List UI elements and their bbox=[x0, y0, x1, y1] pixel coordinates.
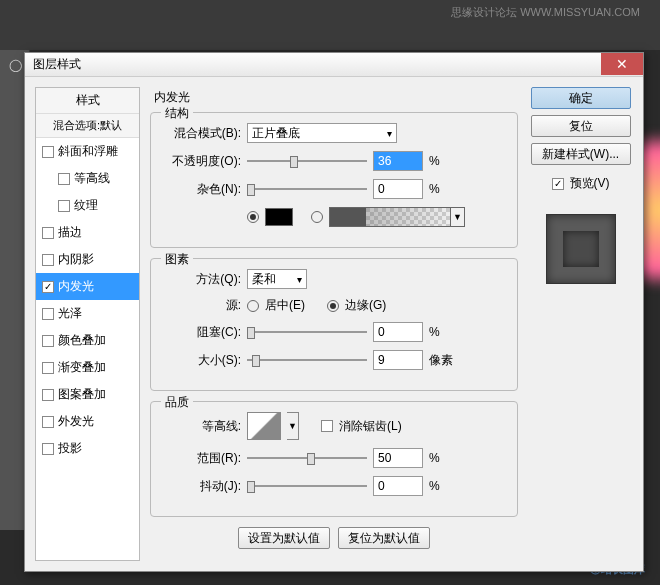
noise-input[interactable]: 0 bbox=[373, 179, 423, 199]
size-slider[interactable] bbox=[247, 353, 367, 367]
range-input[interactable]: 50 bbox=[373, 448, 423, 468]
elements-legend: 图素 bbox=[161, 251, 193, 268]
size-unit: 像素 bbox=[429, 352, 459, 369]
style-checkbox[interactable] bbox=[42, 335, 54, 347]
gradient-radio[interactable] bbox=[311, 211, 323, 223]
opacity-unit: % bbox=[429, 154, 459, 168]
style-label: 纹理 bbox=[74, 197, 98, 214]
blend-mode-label: 混合模式(B): bbox=[163, 125, 241, 142]
size-input[interactable]: 9 bbox=[373, 350, 423, 370]
style-label: 渐变叠加 bbox=[58, 359, 106, 376]
technique-select[interactable]: 柔和 bbox=[247, 269, 307, 289]
opacity-slider[interactable] bbox=[247, 154, 367, 168]
style-item[interactable]: 图案叠加 bbox=[36, 381, 139, 408]
opacity-input[interactable]: 36 bbox=[373, 151, 423, 171]
structure-legend: 结构 bbox=[161, 105, 193, 122]
elements-group: 图素 方法(Q): 柔和 源: 居中(E) 边缘(G) 阻塞(C): 0 bbox=[150, 258, 518, 391]
style-item[interactable]: 渐变叠加 bbox=[36, 354, 139, 381]
jitter-input[interactable]: 0 bbox=[373, 476, 423, 496]
style-checkbox[interactable] bbox=[42, 362, 54, 374]
style-item[interactable]: 投影 bbox=[36, 435, 139, 462]
blend-options-item[interactable]: 混合选项:默认 bbox=[36, 114, 139, 138]
main-panel: 内发光 结构 混合模式(B): 正片叠底 不透明度(O): 36 % 杂色(N)… bbox=[150, 87, 518, 561]
choke-label: 阻塞(C): bbox=[163, 324, 241, 341]
styles-list: 样式 混合选项:默认 斜面和浮雕等高线纹理描边内阴影内发光光泽颜色叠加渐变叠加图… bbox=[35, 87, 140, 561]
ok-button[interactable]: 确定 bbox=[531, 87, 631, 109]
styles-header[interactable]: 样式 bbox=[36, 88, 139, 114]
blend-mode-select[interactable]: 正片叠底 bbox=[247, 123, 397, 143]
style-label: 内阴影 bbox=[58, 251, 94, 268]
antialias-checkbox[interactable] bbox=[321, 420, 333, 432]
style-checkbox[interactable] bbox=[42, 146, 54, 158]
quality-group: 品质 等高线: ▼ 消除锯齿(L) 范围(R): 50 % 抖动(J): bbox=[150, 401, 518, 517]
jitter-unit: % bbox=[429, 479, 459, 493]
source-center-label: 居中(E) bbox=[265, 297, 305, 314]
style-checkbox[interactable] bbox=[42, 281, 54, 293]
contour-dropdown[interactable]: ▼ bbox=[287, 412, 299, 440]
source-edge-radio[interactable] bbox=[327, 300, 339, 312]
style-item[interactable]: 斜面和浮雕 bbox=[36, 138, 139, 165]
reset-default-button[interactable]: 复位为默认值 bbox=[338, 527, 430, 549]
style-checkbox[interactable] bbox=[42, 308, 54, 320]
choke-unit: % bbox=[429, 325, 459, 339]
quality-legend: 品质 bbox=[161, 394, 193, 411]
titlebar[interactable]: 图层样式 ✕ bbox=[25, 53, 643, 77]
choke-input[interactable]: 0 bbox=[373, 322, 423, 342]
style-item[interactable]: 外发光 bbox=[36, 408, 139, 435]
new-style-button[interactable]: 新建样式(W)... bbox=[531, 143, 631, 165]
size-label: 大小(S): bbox=[163, 352, 241, 369]
range-label: 范围(R): bbox=[163, 450, 241, 467]
noise-unit: % bbox=[429, 182, 459, 196]
style-label: 内发光 bbox=[58, 278, 94, 295]
gradient-picker[interactable]: ▼ bbox=[329, 207, 465, 227]
style-item[interactable]: 描边 bbox=[36, 219, 139, 246]
preview-label: 预览(V) bbox=[570, 175, 610, 192]
style-label: 描边 bbox=[58, 224, 82, 241]
jitter-slider[interactable] bbox=[247, 479, 367, 493]
style-label: 图案叠加 bbox=[58, 386, 106, 403]
color-swatch[interactable] bbox=[265, 208, 293, 226]
style-label: 等高线 bbox=[74, 170, 110, 187]
source-edge-label: 边缘(G) bbox=[345, 297, 386, 314]
layer-style-dialog: 图层样式 ✕ 样式 混合选项:默认 斜面和浮雕等高线纹理描边内阴影内发光光泽颜色… bbox=[24, 52, 644, 572]
opacity-label: 不透明度(O): bbox=[163, 153, 241, 170]
style-item[interactable]: 光泽 bbox=[36, 300, 139, 327]
style-checkbox[interactable] bbox=[42, 254, 54, 266]
right-panel: 确定 复位 新建样式(W)... 预览(V) bbox=[528, 87, 633, 561]
style-label: 光泽 bbox=[58, 305, 82, 322]
style-checkbox[interactable] bbox=[42, 416, 54, 428]
style-item[interactable]: 纹理 bbox=[36, 192, 139, 219]
source-center-radio[interactable] bbox=[247, 300, 259, 312]
jitter-label: 抖动(J): bbox=[163, 478, 241, 495]
range-unit: % bbox=[429, 451, 459, 465]
noise-slider[interactable] bbox=[247, 182, 367, 196]
style-item[interactable]: 颜色叠加 bbox=[36, 327, 139, 354]
style-checkbox[interactable] bbox=[58, 173, 70, 185]
range-slider[interactable] bbox=[247, 451, 367, 465]
technique-label: 方法(Q): bbox=[163, 271, 241, 288]
panel-title: 内发光 bbox=[150, 87, 518, 112]
preview-checkbox[interactable] bbox=[552, 178, 564, 190]
noise-label: 杂色(N): bbox=[163, 181, 241, 198]
contour-label: 等高线: bbox=[163, 418, 241, 435]
style-item[interactable]: 等高线 bbox=[36, 165, 139, 192]
style-item[interactable]: 内发光 bbox=[36, 273, 139, 300]
close-button[interactable]: ✕ bbox=[601, 53, 643, 75]
color-radio[interactable] bbox=[247, 211, 259, 223]
choke-slider[interactable] bbox=[247, 325, 367, 339]
style-checkbox[interactable] bbox=[42, 227, 54, 239]
style-label: 斜面和浮雕 bbox=[58, 143, 118, 160]
source-label: 源: bbox=[163, 297, 241, 314]
style-checkbox[interactable] bbox=[42, 443, 54, 455]
set-default-button[interactable]: 设置为默认值 bbox=[238, 527, 330, 549]
structure-group: 结构 混合模式(B): 正片叠底 不透明度(O): 36 % 杂色(N): 0 … bbox=[150, 112, 518, 248]
style-checkbox[interactable] bbox=[58, 200, 70, 212]
style-item[interactable]: 内阴影 bbox=[36, 246, 139, 273]
antialias-label: 消除锯齿(L) bbox=[339, 418, 402, 435]
contour-picker[interactable] bbox=[247, 412, 281, 440]
style-label: 投影 bbox=[58, 440, 82, 457]
style-checkbox[interactable] bbox=[42, 389, 54, 401]
style-label: 颜色叠加 bbox=[58, 332, 106, 349]
cancel-button[interactable]: 复位 bbox=[531, 115, 631, 137]
watermark-top: 思缘设计论坛 WWW.MISSYUAN.COM bbox=[451, 5, 640, 20]
